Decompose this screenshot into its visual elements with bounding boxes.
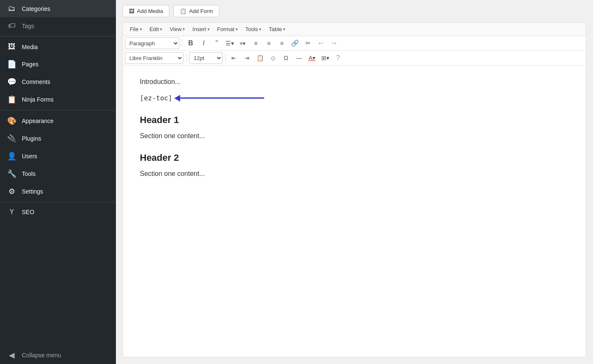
chevron-down-icon: ▾ (283, 27, 285, 31)
appearance-icon: 🎨 (7, 116, 17, 126)
top-bar: 🖼 Add Media 📋 Add Form (116, 0, 593, 22)
outdent-button[interactable]: ⇤ (228, 52, 240, 64)
settings-icon: ⚙ (7, 187, 17, 196)
add-form-button[interactable]: 📋 Add Form (173, 5, 219, 17)
sidebar-item-label: Appearance (22, 118, 54, 124)
tools-icon: 🔧 (7, 169, 17, 178)
menu-table[interactable]: Table ▾ (265, 24, 289, 34)
shortcode-line: [ez-toc] (140, 94, 569, 102)
sidebar-item-label: Tags (22, 23, 34, 29)
align-right-button[interactable]: ≡ (276, 37, 288, 49)
main-content: 🖼 Add Media 📋 Add Form File ▾ Edit ▾ Vie… (116, 0, 593, 364)
table-insert-button[interactable]: ⊞▾ (319, 52, 331, 64)
add-form-icon: 📋 (180, 8, 186, 14)
sidebar-item-label: Plugins (22, 135, 41, 142)
toolbar-row-2: Libre Franklin 12pt ⇤ ⇥ 📋 ◇ Ω — A▾ ⊞▾ ? (123, 51, 586, 65)
collapse-icon: ◀ (7, 351, 17, 360)
sidebar-item-users[interactable]: 👤 Users (0, 147, 116, 165)
sidebar-item-label: Users (22, 153, 37, 160)
intro-text: Introduction... (140, 78, 569, 86)
unlink-button[interactable]: ✂ (302, 37, 314, 49)
sidebar-item-comments[interactable]: 💬 Comments (0, 73, 116, 91)
align-left-button[interactable]: ≡ (250, 37, 262, 49)
header-1: Header 1 (140, 115, 569, 126)
menu-view-label: View (170, 26, 181, 32)
font-select[interactable]: Libre Franklin (125, 52, 184, 64)
sidebar: 🗂 Categories 🏷 Tags 🖼 Media 📄 Pages 💬 Co… (0, 0, 116, 364)
sidebar-item-settings[interactable]: ⚙ Settings (0, 183, 116, 200)
help-button[interactable]: ? (332, 52, 344, 64)
comments-icon: 💬 (7, 77, 17, 86)
sidebar-item-collapse[interactable]: ◀ Collapse menu (0, 346, 116, 364)
sidebar-item-label: Ninja Forms (22, 96, 53, 103)
sidebar-item-pages[interactable]: 📄 Pages (0, 55, 116, 73)
categories-icon: 🗂 (7, 4, 17, 13)
sidebar-item-label: Media (22, 44, 38, 50)
menu-file[interactable]: File ▾ (126, 24, 145, 34)
menu-tools[interactable]: Tools ▾ (242, 24, 265, 34)
add-media-button[interactable]: 🖼 Add Media (123, 5, 169, 17)
chevron-down-icon: ▾ (207, 27, 210, 31)
sidebar-item-categories[interactable]: 🗂 Categories (0, 0, 116, 17)
bold-button[interactable]: B (185, 37, 197, 49)
section-2-content: Section one content... (140, 170, 569, 178)
section-1-content: Section one content... (140, 132, 569, 140)
sidebar-item-appearance[interactable]: 🎨 Appearance (0, 112, 116, 130)
horizontal-rule-button[interactable]: — (293, 52, 305, 64)
arrowhead-icon (174, 95, 180, 102)
sidebar-item-label: SEO (22, 209, 34, 215)
sidebar-item-label: Collapse menu (22, 352, 61, 359)
editor-container: File ▾ Edit ▾ View ▾ Insert ▾ Format ▾ T… (123, 22, 586, 357)
sidebar-item-label: Tools (22, 170, 36, 177)
add-media-label: Add Media (137, 8, 163, 14)
sidebar-item-tools[interactable]: 🔧 Tools (0, 165, 116, 183)
sidebar-item-label: Settings (22, 188, 43, 195)
eraser-button[interactable]: ◇ (267, 52, 279, 64)
align-center-button[interactable]: ≡ (263, 37, 275, 49)
separator (182, 39, 182, 47)
omega-button[interactable]: Ω (280, 52, 292, 64)
sidebar-item-media[interactable]: 🖼 Media (0, 38, 116, 55)
tags-icon: 🏷 (7, 21, 17, 30)
menu-format-label: Format (217, 26, 234, 32)
chevron-down-icon: ▾ (140, 27, 142, 31)
ordered-list-button[interactable]: ≡▾ (237, 37, 249, 49)
size-select[interactable]: 12pt (189, 52, 223, 64)
menu-view[interactable]: View ▾ (166, 24, 188, 34)
shortcode-text: [ez-toc] (140, 94, 172, 102)
menu-insert[interactable]: Insert ▾ (189, 24, 213, 34)
media-icon: 🖼 (7, 42, 17, 51)
chevron-down-icon: ▾ (259, 27, 261, 31)
sidebar-item-tags[interactable]: 🏷 Tags (0, 17, 116, 34)
editor-content[interactable]: Introduction... [ez-toc] Header 1 Sectio… (123, 65, 586, 357)
sidebar-item-plugins[interactable]: 🔌 Plugins (0, 130, 116, 147)
menu-bar: File ▾ Edit ▾ View ▾ Insert ▾ Format ▾ T… (123, 23, 586, 36)
menu-edit[interactable]: Edit ▾ (146, 24, 165, 34)
italic-button[interactable]: I (198, 37, 210, 49)
sidebar-item-label: Comments (22, 79, 50, 85)
sidebar-item-seo[interactable]: Y SEO (0, 204, 116, 220)
unordered-list-button[interactable]: ☰▾ (224, 37, 236, 49)
ninja-forms-icon: 📋 (7, 95, 17, 104)
sidebar-item-label: Categories (22, 5, 50, 12)
toolbar-row-1: Paragraph B I " ☰▾ ≡▾ ≡ ≡ ≡ 🔗 ✂ ↩ ↪ (123, 36, 586, 51)
menu-format[interactable]: Format ▾ (214, 24, 241, 34)
pages-icon: 📄 (7, 60, 17, 69)
paragraph-select[interactable]: Paragraph (125, 37, 179, 49)
blockquote-button[interactable]: " (211, 37, 223, 49)
chevron-down-icon: ▾ (160, 27, 162, 31)
redo-button[interactable]: ↪ (328, 37, 340, 49)
menu-insert-label: Insert (192, 26, 206, 32)
undo-button[interactable]: ↩ (315, 37, 327, 49)
arrow-line (180, 97, 264, 99)
indent-button[interactable]: ⇥ (241, 52, 253, 64)
sidebar-item-ninja-forms[interactable]: 📋 Ninja Forms (0, 91, 116, 108)
paste-button[interactable]: 📋 (254, 52, 266, 64)
link-button[interactable]: 🔗 (289, 37, 301, 49)
separator-2 (186, 54, 186, 62)
seo-icon: Y (7, 208, 17, 216)
users-icon: 👤 (7, 152, 17, 161)
sidebar-item-label: Pages (22, 61, 39, 68)
add-form-label: Add Form (189, 8, 213, 14)
font-color-button[interactable]: A▾ (306, 52, 318, 64)
